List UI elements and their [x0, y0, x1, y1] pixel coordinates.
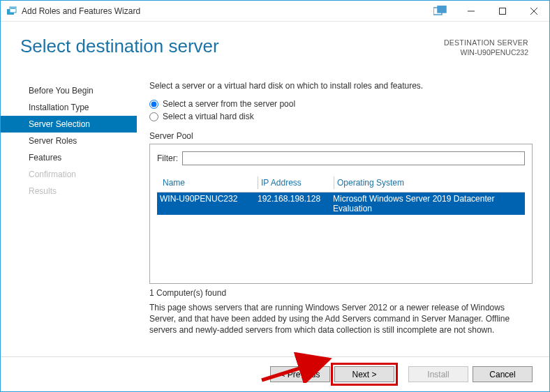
filter-input[interactable]	[182, 151, 525, 165]
sidebar-item-server-selection[interactable]: Server Selection	[1, 116, 137, 133]
radio-server-pool[interactable]	[149, 100, 158, 109]
sidebar-item-confirmation: Confirmation	[1, 166, 137, 183]
close-button[interactable]	[518, 1, 549, 21]
server-row-ip: 192.168.198.128	[255, 193, 330, 215]
server-pool-label: Server Pool	[149, 131, 533, 141]
server-row-os: Microsoft Windows Server 2019 Datacenter…	[330, 193, 525, 215]
sidebar-item-server-roles[interactable]: Server Roles	[1, 133, 137, 149]
server-manager-icon[interactable]	[429, 1, 452, 21]
sidebar-item-results: Results	[1, 183, 137, 199]
app-icon	[6, 6, 17, 17]
server-row[interactable]: WIN-U90PENUC232 192.168.198.128 Microsof…	[157, 193, 525, 215]
destination-label: DESTINATION SERVER	[444, 38, 528, 48]
titlebar: Add Roles and Features Wizard	[1, 1, 549, 22]
filter-label: Filter:	[157, 153, 178, 163]
radio-vhd-label: Select a virtual hard disk	[163, 112, 254, 121]
col-name[interactable]: Name	[160, 176, 258, 189]
minimize-button[interactable]	[455, 1, 486, 21]
destination-name: WIN-U90PENUC232	[444, 48, 528, 58]
cancel-button[interactable]: Cancel	[473, 366, 533, 382]
window-controls	[455, 1, 549, 21]
radio-server-pool-label: Select a server from the server pool	[163, 99, 295, 109]
col-os[interactable]: Operating System	[334, 176, 525, 189]
wizard-window: Add Roles and Features Wizard Select des…	[0, 0, 550, 392]
wizard-header: Select destination server DESTINATION SE…	[1, 22, 549, 63]
next-button[interactable]: Next >	[334, 366, 394, 382]
maximize-button[interactable]	[486, 1, 518, 21]
col-ip[interactable]: IP Address	[258, 176, 334, 189]
svg-rect-2	[10, 8, 15, 9]
server-grid: Name IP Address Operating System WIN-U90…	[157, 174, 525, 283]
install-button: Install	[408, 366, 468, 382]
radio-vhd[interactable]	[149, 112, 158, 121]
svg-rect-5	[438, 6, 446, 13]
wizard-content: Select a server or a virtual hard disk o…	[137, 67, 549, 356]
sidebar-item-features[interactable]: Features	[1, 149, 137, 166]
page-title: Select destination server	[20, 36, 219, 57]
previous-button[interactable]: < Previous	[270, 366, 330, 382]
svg-rect-7	[499, 8, 505, 14]
sidebar-item-installation-type[interactable]: Installation Type	[1, 99, 137, 116]
window-title: Add Roles and Features Wizard	[22, 6, 429, 16]
server-row-name: WIN-U90PENUC232	[157, 193, 255, 215]
server-pool-box: Filter: Name IP Address Operating System…	[149, 144, 533, 284]
instruction-text: Select a server or a virtual hard disk o…	[149, 81, 533, 91]
info-note: This page shows servers that are running…	[149, 302, 533, 336]
wizard-sidebar: Before You Begin Installation Type Serve…	[1, 67, 137, 356]
wizard-footer: < Previous Next > Install Cancel	[1, 356, 549, 391]
sidebar-item-before-you-begin[interactable]: Before You Begin	[1, 82, 137, 99]
destination-server-info: DESTINATION SERVER WIN-U90PENUC232	[444, 36, 528, 57]
computers-found: 1 Computer(s) found	[149, 288, 533, 298]
